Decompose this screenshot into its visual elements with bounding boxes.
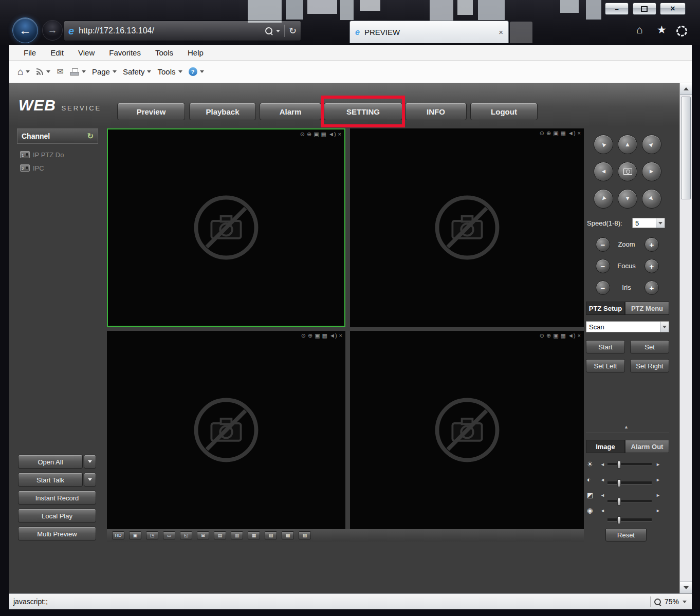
instant-record-button[interactable]: Instant Record [18,491,96,505]
multi-preview-button[interactable]: Multi Preview [18,527,96,540]
video-panel-2[interactable]: ⊙ ⊕ ▣ ▦ ◄) × [350,128,584,327]
split-4-icon[interactable]: ⊞ [197,531,209,539]
record-icon[interactable]: ▣ [315,332,320,339]
close-icon[interactable]: × [578,332,581,339]
split-25-icon[interactable]: ▨ [299,531,311,539]
home-command-button[interactable]: Page⌂ [17,66,30,78]
chevron-down-icon[interactable] [683,601,687,603]
pip-icon[interactable]: ◱ [180,531,192,539]
audio-icon[interactable]: ◄) [329,332,337,339]
fullscreen-icon[interactable]: ◳ [146,531,158,539]
help-menu-button[interactable]: ? [189,67,204,76]
address-bar[interactable]: e http://172.16.13.104/ ↻ [64,21,301,41]
start-talk-button[interactable]: Start Talk [18,473,83,487]
close-icon[interactable]: × [339,332,342,339]
brightness-slider[interactable] [607,463,652,466]
video-panel-3[interactable]: ⊙ ⊕ ▣ ▦ ◄) × [107,331,345,529]
hd-icon[interactable]: HD [112,531,124,539]
minimize-button[interactable]: – [605,3,629,15]
digital-zoom-icon[interactable]: ⊕ [546,332,551,339]
slider-decrease-icon[interactable]: ◄ [600,493,605,498]
hue-slider[interactable] [607,518,652,521]
nav-preview[interactable]: Preview [117,103,185,120]
audio-icon[interactable]: ◄) [568,332,576,339]
mail-button[interactable]: ✉ [57,67,63,77]
tab-ptz-menu[interactable]: PTZ Menu [625,302,669,315]
video-panel-1[interactable]: ⊙ ⊕ ▣ ▦ ◄) × [107,128,345,327]
digital-zoom-icon[interactable]: ⊕ [308,332,312,339]
focus-icon[interactable]: ⊙ [301,332,306,339]
menu-view[interactable]: View [71,45,102,61]
video-panel-4[interactable]: ⊙ ⊕ ▣ ▦ ◄) × [350,331,584,529]
ptz-set-left-button[interactable]: Set Left [586,359,625,372]
record-icon[interactable]: ▣ [553,130,558,137]
tools-menu-button[interactable]: Tools [157,67,182,76]
ptz-function-select[interactable]: Scan [586,321,669,332]
slider-thumb[interactable] [617,479,621,487]
digital-zoom-icon[interactable]: ⊕ [307,131,311,138]
menu-help[interactable]: Help [180,45,211,61]
channel-item[interactable]: 1 IP PTZ Do [17,148,98,161]
split-13-icon[interactable]: ▧ [265,531,277,539]
slider-thumb[interactable] [617,516,621,524]
tab-alarm-out[interactable]: Alarm Out [625,440,669,453]
scroll-up-button[interactable] [680,83,692,95]
close-icon[interactable]: × [578,130,581,137]
search-icon[interactable] [265,27,272,34]
split-8-icon[interactable]: ▥ [231,531,243,539]
nav-info[interactable]: INFO [405,103,467,120]
channel-item[interactable]: 2 IPC [17,161,98,175]
safety-menu-button[interactable]: Safety [123,67,152,76]
home-icon[interactable]: ⌂ [636,24,643,36]
local-play-button[interactable]: Local Play [18,509,96,522]
slider-thumb[interactable] [617,461,621,469]
open-all-button[interactable]: Open All [18,455,83,469]
menu-tools[interactable]: Tools [148,45,180,61]
ptz-down-left-button[interactable]: ▲ [594,189,613,209]
record-icon[interactable]: ▣ [553,332,558,339]
tab-close-icon[interactable]: × [499,28,503,36]
focus-plus-button[interactable]: + [644,259,659,273]
ptz-set-right-button[interactable]: Set Right [630,359,669,372]
vertical-scrollbar[interactable] [679,83,692,593]
nav-logout[interactable]: Logout [470,103,538,120]
menu-file[interactable]: File [16,45,43,61]
focus-minus-button[interactable]: − [596,259,610,273]
slider-decrease-icon[interactable]: ◄ [600,477,605,482]
speed-select[interactable]: 5 [632,218,665,228]
maximize-button[interactable] [633,3,656,15]
slider-increase-icon[interactable]: ► [656,462,660,467]
close-icon[interactable]: × [338,131,341,138]
digital-zoom-icon[interactable]: ⊕ [546,130,551,137]
rss-button[interactable] [36,68,50,76]
zoom-minus-button[interactable]: − [596,237,610,252]
audio-icon[interactable]: ◄) [568,130,576,137]
tab-ptz-setup[interactable]: PTZ Setup [586,302,625,315]
menu-favorites[interactable]: Favorites [102,45,148,61]
focus-icon[interactable]: ⊙ [540,332,544,339]
ptz-down-button[interactable]: ▲ [618,189,637,209]
split-9-icon[interactable]: ▦ [248,531,260,539]
slider-decrease-icon[interactable]: ◄ [600,462,605,467]
ptz-up-left-button[interactable]: ▲ [594,135,613,154]
settings-gear-icon[interactable] [676,26,687,36]
ptz-up-right-button[interactable]: ▲ [642,135,661,154]
zoom-control[interactable]: 75% [650,594,687,609]
scrollbar-thumb[interactable] [681,97,691,199]
open-all-dropdown-button[interactable] [84,455,96,469]
ptz-right-button[interactable]: ▲ [642,162,661,181]
slider-increase-icon[interactable]: ► [656,508,660,513]
focus-icon[interactable]: ⊙ [300,131,305,138]
slider-increase-icon[interactable]: ► [656,477,660,482]
reset-button[interactable]: Reset [605,528,647,542]
slider-thumb[interactable] [617,498,621,506]
slider-increase-icon[interactable]: ► [656,493,660,498]
record-icon[interactable]: ▣ [314,131,319,138]
ptz-left-button[interactable]: ▲ [594,162,613,181]
contrast-slider[interactable] [607,481,652,484]
print-button[interactable] [70,68,86,76]
nav-playback[interactable]: Playback [189,103,256,120]
menu-edit[interactable]: Edit [43,45,71,61]
snapshot-icon[interactable]: ▦ [561,130,566,137]
nav-alarm[interactable]: Alarm [260,103,321,120]
